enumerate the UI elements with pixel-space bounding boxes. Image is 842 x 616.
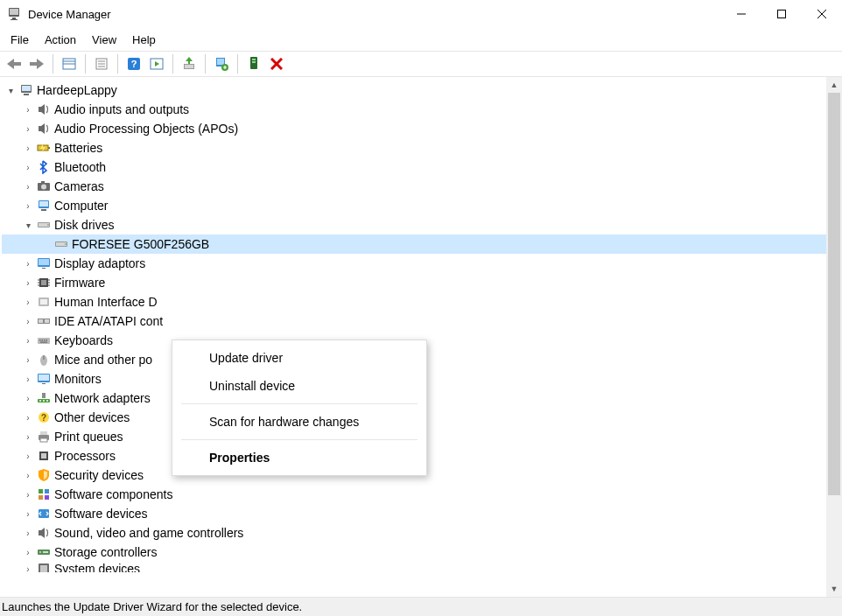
cm-separator	[181, 403, 417, 404]
tree-category[interactable]: ›IDE ATA/ATAPI cont	[2, 312, 826, 331]
tree-node-label: Bluetooth	[54, 160, 106, 174]
tree-category[interactable]: ▾Disk drives	[2, 215, 826, 234]
chevron-right-icon[interactable]: ›	[21, 295, 35, 309]
tree-category[interactable]: ›Batteries	[2, 138, 826, 158]
chevron-right-icon[interactable]: ›	[21, 314, 35, 328]
toolbar-separator	[85, 54, 86, 74]
chevron-right-icon[interactable]: ›	[21, 122, 35, 136]
system-icon	[37, 562, 51, 572]
chevron-right-icon[interactable]: ›	[21, 372, 35, 386]
chevron-down-icon[interactable]: ▾	[21, 218, 35, 232]
scan-icon[interactable]	[243, 53, 264, 74]
chevron-right-icon[interactable]: ›	[21, 507, 35, 521]
tree-node-label: Monitors	[54, 372, 102, 386]
menu-help[interactable]: Help	[125, 32, 163, 48]
status-text: Launches the Update Driver Wizard for th…	[2, 600, 302, 613]
tree-node-label: Other devices	[54, 410, 130, 424]
menu-file[interactable]: File	[4, 32, 36, 48]
menu-action[interactable]: Action	[38, 32, 83, 48]
cm-uninstall-device[interactable]: Uninstall device	[172, 372, 426, 400]
chevron-right-icon[interactable]: ›	[21, 353, 35, 367]
tree-category[interactable]: ›Software components	[2, 485, 826, 504]
tree-node-label: Human Interface D	[54, 295, 158, 309]
svg-rect-64	[42, 340, 44, 341]
chevron-right-icon[interactable]: ›	[21, 449, 35, 463]
cm-properties[interactable]: Properties	[172, 444, 426, 472]
show-hidden-icon[interactable]	[59, 53, 80, 74]
chevron-right-icon[interactable]: ›	[21, 545, 35, 559]
chevron-right-icon[interactable]: ›	[21, 468, 35, 482]
chevron-right-icon[interactable]: ›	[21, 102, 35, 116]
svg-rect-66	[46, 340, 48, 341]
menu-bar: File Action View Help	[0, 28, 842, 51]
battery-icon	[37, 141, 51, 155]
properties-icon[interactable]	[91, 53, 112, 74]
tree-category[interactable]: ›System devices	[2, 562, 826, 572]
component-icon	[37, 487, 51, 501]
menu-view[interactable]: View	[85, 32, 123, 48]
chevron-right-icon[interactable]: ›	[21, 276, 35, 290]
svg-rect-36	[41, 181, 45, 183]
tree-node-label: HardeepLappy	[37, 83, 117, 97]
window-controls	[721, 0, 842, 28]
tree-category[interactable]: ›Human Interface D	[2, 292, 826, 312]
chevron-right-icon[interactable]: ›	[21, 333, 35, 347]
svg-rect-31	[24, 94, 29, 95]
tree-device[interactable]: FORESEE G500F256GB	[2, 234, 826, 254]
chevron-right-icon[interactable]: ›	[21, 391, 35, 405]
close-button[interactable]	[802, 0, 842, 28]
chevron-right-icon[interactable]: ›	[21, 430, 35, 444]
chevron-right-icon[interactable]: ›	[21, 141, 35, 155]
playlist-icon[interactable]	[146, 53, 167, 74]
tree-root[interactable]: ▾ HardeepLappy	[2, 80, 826, 100]
cm-scan-hardware[interactable]: Scan for hardware changes	[172, 408, 426, 436]
svg-rect-63	[39, 340, 41, 341]
tree-category[interactable]: ›Storage controllers	[2, 542, 826, 562]
tree-category[interactable]: ›Display adaptors	[2, 254, 826, 273]
back-button[interactable]	[4, 53, 25, 74]
remove-icon[interactable]	[266, 53, 287, 74]
vertical-scrollbar[interactable]: ▲ ▼	[826, 77, 842, 597]
svg-rect-67	[40, 342, 47, 343]
tree-category[interactable]: ›Audio Processing Objects (APOs)	[2, 119, 826, 138]
chevron-right-icon[interactable]: ›	[21, 160, 35, 174]
chevron-right-icon[interactable]: ›	[21, 410, 35, 424]
tree-category[interactable]: ›Audio inputs and outputs	[2, 100, 826, 119]
help-icon[interactable]: ?	[123, 53, 144, 74]
svg-text:?: ?	[131, 59, 137, 69]
tree-category[interactable]: ›Firmware	[2, 273, 826, 292]
device-tree[interactable]: ▾ HardeepLappy ›Audio inputs and outputs…	[0, 77, 826, 597]
chevron-right-icon[interactable]: ›	[21, 487, 35, 501]
chevron-right-icon[interactable]: ›	[21, 256, 35, 270]
scroll-thumb[interactable]	[828, 93, 840, 495]
tree-category[interactable]: ›Sound, video and game controllers	[2, 523, 826, 542]
tree-category[interactable]: ›Bluetooth	[2, 158, 826, 177]
scroll-down-arrow[interactable]: ▼	[828, 583, 840, 595]
firmware-icon	[37, 276, 51, 290]
svg-rect-25	[252, 59, 256, 60]
chevron-right-icon[interactable]: ›	[21, 526, 35, 540]
tree-node-label: Computer	[54, 199, 108, 213]
network-icon	[37, 391, 51, 405]
toolbar: ?	[0, 51, 842, 77]
chevron-right-icon[interactable]: ›	[21, 562, 35, 572]
minimize-button[interactable]	[721, 0, 761, 28]
display-icon	[37, 256, 51, 270]
update-driver-icon[interactable]	[179, 53, 200, 74]
chevron-right-icon[interactable]: ›	[21, 199, 35, 213]
chevron-down-icon[interactable]: ▾	[4, 83, 18, 97]
chevron-right-icon[interactable]: ›	[21, 179, 35, 193]
svg-point-77	[46, 400, 48, 402]
tree-category[interactable]: ›Computer	[2, 196, 826, 215]
maximize-button[interactable]	[761, 0, 802, 28]
forward-button[interactable]	[26, 53, 47, 74]
cm-update-driver[interactable]: Update driver	[172, 344, 426, 372]
svg-point-42	[47, 224, 49, 226]
svg-rect-61	[45, 319, 49, 323]
scroll-up-arrow[interactable]: ▲	[828, 79, 840, 91]
uninstall-icon[interactable]	[211, 53, 232, 74]
tree-category[interactable]: ›Software devices	[2, 504, 826, 523]
softdev-icon	[37, 507, 51, 521]
tree-category[interactable]: ›Cameras	[2, 177, 826, 196]
toolbar-separator	[205, 54, 206, 74]
